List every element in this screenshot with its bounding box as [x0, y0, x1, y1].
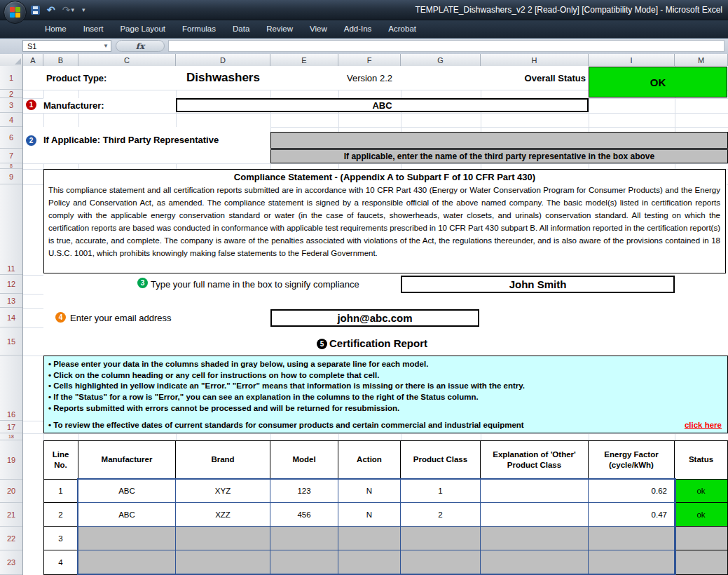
cell-manufacturer[interactable]: ABC — [78, 480, 176, 503]
cell-energy-factor[interactable]: 0.62 — [589, 480, 675, 503]
cell-product-class[interactable]: 2 — [401, 503, 481, 527]
column-header-h[interactable]: H — [481, 54, 589, 66]
qat-customize-button[interactable]: ▾ — [80, 3, 87, 17]
col-header-explanation[interactable]: Explanation of 'Other' Product Class — [481, 440, 589, 480]
cell-brand[interactable]: XZZ — [176, 503, 270, 527]
row-header-4[interactable]: 4 — [0, 113, 22, 127]
cell-explanation[interactable] — [481, 527, 589, 550]
cell-manufacturer[interactable]: ABC — [78, 503, 176, 527]
tab-data[interactable]: Data — [224, 20, 258, 38]
cell-action[interactable]: N — [338, 503, 401, 527]
cell-line-no[interactable]: 1 — [43, 480, 78, 503]
row-header-17[interactable]: 17 — [0, 421, 22, 433]
cell-brand[interactable]: XYZ — [176, 480, 270, 503]
signature-input[interactable]: John Smith — [401, 276, 675, 293]
row-header-19[interactable]: 19 — [0, 440, 22, 480]
cell-action[interactable]: N — [338, 480, 401, 503]
col-header-line-no[interactable]: Line No. — [43, 440, 78, 480]
row-header-16[interactable]: 16 — [0, 356, 22, 421]
col-header-model[interactable]: Model — [270, 440, 338, 480]
row-header-20[interactable]: 20 — [0, 480, 22, 503]
insert-function-button[interactable]: fx — [116, 40, 165, 52]
row-header-12[interactable]: 12 — [0, 275, 22, 294]
col-header-status[interactable]: Status — [675, 440, 728, 480]
manufacturer-input[interactable]: ABC — [176, 98, 589, 112]
click-here-link[interactable]: click here — [685, 421, 723, 429]
office-button[interactable] — [4, 1, 27, 24]
undo-button[interactable]: ↶ — [46, 3, 57, 17]
cell-status[interactable] — [675, 527, 728, 550]
column-header-g[interactable]: G — [401, 54, 481, 66]
row-header-9[interactable]: 9 — [0, 169, 22, 184]
column-header-e[interactable]: E — [270, 54, 338, 66]
cell-model[interactable]: 456 — [270, 503, 338, 527]
email-input[interactable]: john@abc.com — [270, 309, 479, 327]
cell-action[interactable] — [338, 550, 401, 575]
cell-status[interactable]: ok — [675, 480, 728, 503]
formula-input[interactable] — [168, 40, 724, 52]
col-header-product-class[interactable]: Product Class — [401, 440, 481, 480]
row-header-14[interactable]: 14 — [0, 308, 22, 327]
row-header-7[interactable]: 7 — [0, 149, 22, 163]
col-header-manufacturer[interactable]: Manufacturer — [78, 440, 176, 480]
column-header-f[interactable]: F — [338, 54, 401, 66]
row-header-15[interactable]: 15 — [0, 327, 22, 356]
cell-energy-factor[interactable] — [589, 550, 675, 575]
row-header-2[interactable]: 2 — [0, 90, 22, 98]
cell-energy-factor[interactable] — [589, 527, 675, 550]
tab-home[interactable]: Home — [36, 20, 75, 38]
row-header-23[interactable]: 23 — [0, 550, 22, 575]
cell-manufacturer[interactable] — [78, 550, 176, 575]
column-header-i[interactable]: I — [589, 54, 675, 66]
tab-view[interactable]: View — [301, 20, 336, 38]
row-header-11[interactable]: 11 — [0, 184, 22, 275]
col-header-brand[interactable]: Brand — [176, 440, 270, 480]
name-box[interactable]: S1 ▼ — [22, 40, 111, 52]
cell-line-no[interactable]: 3 — [43, 527, 78, 550]
column-header-c[interactable]: C — [78, 54, 176, 66]
col-header-action[interactable]: Action — [338, 440, 401, 480]
row-header-8[interactable]: 8 — [0, 163, 22, 169]
tab-acrobat[interactable]: Acrobat — [380, 20, 425, 38]
cell-explanation[interactable] — [481, 550, 589, 575]
cell-brand[interactable] — [176, 550, 270, 575]
cell-product-class[interactable] — [401, 550, 481, 575]
cell-explanation[interactable] — [481, 503, 589, 527]
column-header-m[interactable]: M — [675, 54, 728, 66]
tab-page-layout[interactable]: Page Layout — [111, 20, 174, 38]
cell-line-no[interactable]: 4 — [43, 550, 78, 575]
column-header-d[interactable]: D — [176, 54, 270, 66]
tab-review[interactable]: Review — [258, 20, 301, 38]
column-header-a[interactable]: A — [23, 54, 43, 66]
cell-model[interactable]: 123 — [270, 480, 338, 503]
cell-product-class[interactable] — [401, 527, 481, 550]
cell-brand[interactable] — [176, 527, 270, 550]
cell-model[interactable] — [270, 527, 338, 550]
row-header-18[interactable]: 18 — [0, 433, 22, 440]
step-1-badge: 1 — [26, 100, 36, 110]
redo-button[interactable]: ↷▾ — [61, 3, 76, 17]
tab-add-ins[interactable]: Add-Ins — [336, 20, 380, 38]
third-party-input[interactable] — [270, 132, 728, 149]
save-button[interactable] — [29, 3, 41, 17]
column-header-b[interactable]: B — [43, 54, 78, 66]
cell-action[interactable] — [338, 527, 401, 550]
cell-product-class[interactable]: 1 — [401, 480, 481, 503]
tab-formulas[interactable]: Formulas — [174, 20, 224, 38]
row-header-22[interactable]: 22 — [0, 527, 22, 550]
cell-manufacturer[interactable] — [78, 527, 176, 550]
row-header-6[interactable]: 6 — [0, 127, 22, 149]
col-header-energy-factor[interactable]: Energy Factor (cycle/kWh) — [589, 440, 675, 480]
tab-insert[interactable]: Insert — [75, 20, 112, 38]
cell-status[interactable] — [675, 550, 728, 575]
cell-explanation[interactable] — [481, 480, 589, 503]
cell-energy-factor[interactable]: 0.47 — [589, 503, 675, 527]
select-all-corner[interactable] — [0, 54, 23, 66]
row-header-3[interactable]: 3 — [0, 98, 22, 113]
row-header-21[interactable]: 21 — [0, 503, 22, 527]
row-header-13[interactable]: 13 — [0, 294, 22, 308]
row-header-1[interactable]: 1 — [0, 66, 22, 90]
cell-model[interactable] — [270, 550, 338, 575]
cell-line-no[interactable]: 2 — [43, 503, 78, 527]
cell-status[interactable]: ok — [675, 503, 728, 527]
